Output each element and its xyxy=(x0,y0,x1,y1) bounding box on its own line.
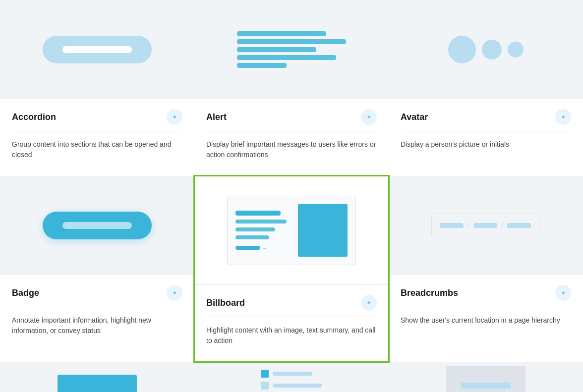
card-gray-illustration xyxy=(446,366,525,392)
badge-bar xyxy=(62,222,132,229)
avatar-body: Avatar Display a person's picture or ini… xyxy=(389,99,583,176)
alert-bar-3 xyxy=(237,47,316,52)
alert-bar-4 xyxy=(237,55,336,60)
breadcrumbs-title: Breadcrumbs xyxy=(401,288,458,298)
avatar-title: Avatar xyxy=(401,112,428,122)
alert-bar-1 xyxy=(237,31,326,36)
breadcrumbs-body: Breadcrumbs Show the user's current loca… xyxy=(389,275,583,362)
breadcrumbs-arrow-button[interactable] xyxy=(555,285,571,301)
bc-seg-2 xyxy=(473,223,497,228)
card-component-preview-partial xyxy=(389,362,583,392)
breadcrumbs-preview: / / xyxy=(389,176,583,275)
badge-arrow-button[interactable] xyxy=(167,285,182,301)
accordion-body: Accordion Group content into sections th… xyxy=(0,99,194,176)
accordion-arrow-button[interactable] xyxy=(167,109,182,125)
alert-title-row: Alert xyxy=(206,109,377,131)
checklist-row-2 xyxy=(261,382,322,390)
badge-preview xyxy=(0,176,194,275)
bc-sep-2: / xyxy=(501,222,503,229)
billboard-cta-line xyxy=(235,246,260,250)
checklist-line-2 xyxy=(273,384,322,388)
breadcrumbs-description: Show the user's current location in a pa… xyxy=(401,315,571,326)
accordion-bar xyxy=(62,46,132,53)
badge-illustration xyxy=(43,212,152,239)
avatar-illustration xyxy=(448,36,524,63)
alert-body: Alert Display brief important messages t… xyxy=(194,99,389,176)
alert-bar-5 xyxy=(237,63,287,68)
card-billboard[interactable]: → Billboard Highlight content with an im… xyxy=(194,176,389,362)
breadcrumbs-title-row: Breadcrumbs xyxy=(401,285,571,307)
bc-sep-1: / xyxy=(467,222,469,229)
bc-seg-1 xyxy=(440,223,464,228)
component-grid: Accordion Group content into sections th… xyxy=(0,0,583,392)
billboard-line-2 xyxy=(235,220,287,224)
alert-bar-2 xyxy=(237,39,346,44)
billboard-illustration: → xyxy=(227,196,356,265)
billboard-cta: → xyxy=(235,245,292,251)
card-checklist-partial[interactable] xyxy=(194,362,389,392)
card-breadcrumbs[interactable]: / / Breadcrumbs Show the user's current … xyxy=(389,176,583,362)
checklist-illustration xyxy=(261,370,322,392)
alert-description: Display brief important messages to user… xyxy=(206,139,377,160)
billboard-image-area xyxy=(298,204,348,257)
accordion-preview xyxy=(0,0,194,99)
billboard-body: Billboard Highlight content with an imag… xyxy=(194,285,389,362)
avatar-title-row: Avatar xyxy=(401,109,571,131)
card-badge[interactable]: Badge Annotate important information, hi… xyxy=(0,176,194,362)
billboard-arrow-button[interactable] xyxy=(361,295,377,311)
billboard-cta-arrow: → xyxy=(262,245,267,251)
avatar-circle-3 xyxy=(508,42,524,57)
checklist-preview-partial xyxy=(194,362,389,392)
billboard-description: Highlight content with an image, text su… xyxy=(206,325,377,346)
billboard-line-3 xyxy=(235,227,275,231)
billboard-title: Billboard xyxy=(206,298,245,308)
checklist-line-1 xyxy=(273,372,312,376)
billboard-line-4 xyxy=(235,235,269,239)
billboard-title-row: Billboard xyxy=(206,295,377,317)
badge-description: Annotate important information, highligh… xyxy=(12,315,182,336)
alert-title: Alert xyxy=(206,112,227,122)
checklist-box-1 xyxy=(261,370,269,378)
alert-arrow-button[interactable] xyxy=(361,109,377,125)
alert-illustration xyxy=(229,23,354,76)
card-component-partial[interactable] xyxy=(389,362,583,392)
accordion-title: Accordion xyxy=(12,112,56,122)
card-accordion[interactable]: Accordion Group content into sections th… xyxy=(0,0,194,176)
checklist-box-2 xyxy=(261,382,269,390)
checklist-row-1 xyxy=(261,370,322,378)
avatar-preview xyxy=(389,0,583,99)
badge-title-row: Badge xyxy=(12,285,182,307)
accordion-description: Group content into sections that can be … xyxy=(12,139,182,160)
button-preview-partial xyxy=(0,362,194,392)
accordion-illustration xyxy=(43,36,152,63)
badge-title: Badge xyxy=(12,288,39,298)
bc-seg-3 xyxy=(507,223,531,228)
avatar-circle-2 xyxy=(482,40,502,59)
alert-preview xyxy=(194,0,389,99)
card-avatar[interactable]: Avatar Display a person's picture or ini… xyxy=(389,0,583,176)
avatar-description: Display a person's picture or initials xyxy=(401,139,571,150)
avatar-arrow-button[interactable] xyxy=(555,109,571,125)
breadcrumbs-illustration: / / xyxy=(431,214,540,237)
billboard-text-area: → xyxy=(235,204,292,257)
billboard-preview: → xyxy=(194,176,389,285)
button-illustration xyxy=(58,375,137,392)
avatar-circle-1 xyxy=(448,36,476,63)
card-button-partial[interactable] xyxy=(0,362,194,392)
card-gray-bar xyxy=(461,383,511,389)
badge-body: Badge Annotate important information, hi… xyxy=(0,275,194,362)
card-alert[interactable]: Alert Display brief important messages t… xyxy=(194,0,389,176)
billboard-line-1 xyxy=(235,211,281,216)
accordion-title-row: Accordion xyxy=(12,109,182,131)
